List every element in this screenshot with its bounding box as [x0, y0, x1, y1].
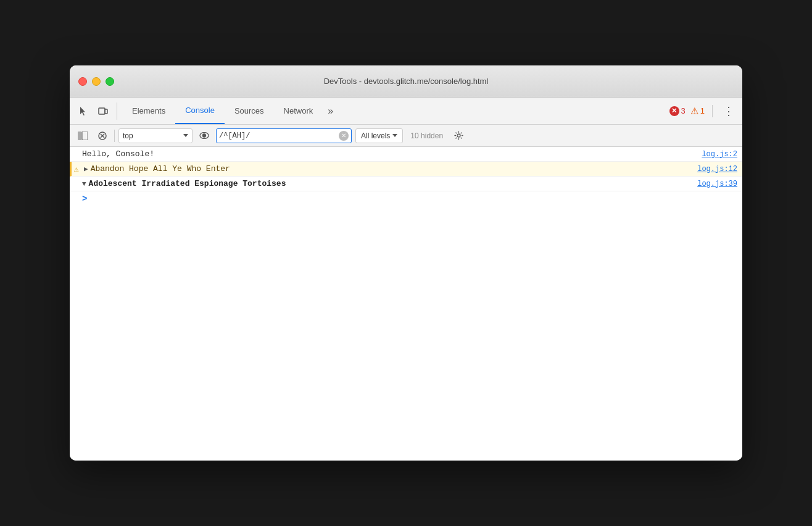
console-row-hello: Hello, Console! log.js:2 — [70, 147, 742, 162]
error-badge[interactable]: ✕ 3 — [669, 106, 686, 116]
console-row-adolescent: ▼ Adolescent Irradiated Espionage Tortoi… — [70, 177, 742, 191]
hidden-count: 10 hidden — [407, 132, 447, 140]
svg-rect-3 — [82, 132, 88, 140]
warning-row-icon: ⚠ — [74, 164, 79, 174]
console-row-abandon: ⚠ ▶ Abandon Hope All Ye Who Enter log.js… — [70, 162, 742, 177]
console-settings-button[interactable] — [450, 128, 466, 144]
tab-console[interactable]: Console — [175, 98, 225, 124]
adolescent-row-arrow[interactable]: ▼ — [82, 180, 86, 188]
abandon-row-arrow[interactable]: ▶ — [84, 165, 88, 173]
clear-console-button[interactable] — [94, 128, 110, 144]
prompt-caret: > — [82, 194, 87, 204]
devtools-window: DevTools - devtools.glitch.me/console/lo… — [70, 65, 742, 461]
console-row-adolescent-text: Adolescent Irradiated Espionage Tortoise… — [89, 179, 693, 188]
filter-input-wrapper[interactable]: ✕ — [216, 128, 352, 143]
svg-point-9 — [457, 134, 460, 137]
warning-icon: ⚠ — [690, 106, 698, 117]
console-toolbar-separator — [114, 130, 115, 142]
toolbar-right: ✕ 3 ⚠ 1 ⋮ — [669, 102, 737, 120]
svg-rect-1 — [105, 109, 107, 114]
console-output: Hello, Console! log.js:2 ⚠ ▶ Abandon Hop… — [70, 147, 742, 461]
filter-input[interactable] — [219, 132, 339, 140]
error-icon: ✕ — [669, 106, 679, 116]
traffic-lights — [78, 77, 114, 86]
tab-elements[interactable]: Elements — [122, 98, 175, 124]
console-row-adolescent-link[interactable]: log.js:39 — [697, 180, 737, 188]
eye-button[interactable] — [196, 128, 212, 144]
sidebar-toggle-button[interactable] — [75, 128, 91, 144]
svg-rect-0 — [99, 108, 105, 114]
titlebar: DevTools - devtools.glitch.me/console/lo… — [70, 65, 742, 98]
cursor-icon[interactable] — [75, 102, 92, 120]
close-button[interactable] — [78, 77, 87, 86]
console-toolbar: top ✕ All levels 10 hidden — [70, 125, 742, 147]
devtools-menu-button[interactable]: ⋮ — [720, 102, 737, 120]
toolbar-icons — [75, 102, 117, 120]
console-row-abandon-link[interactable]: log.js:12 — [697, 165, 737, 173]
more-tabs-button[interactable]: » — [323, 106, 338, 117]
filter-clear-button[interactable]: ✕ — [339, 131, 349, 141]
svg-point-8 — [203, 134, 206, 137]
context-selector[interactable]: top — [118, 128, 193, 143]
tabs: Elements Console Sources Network » — [122, 98, 669, 124]
tab-sources[interactable]: Sources — [225, 98, 274, 124]
window-title: DevTools - devtools.glitch.me/console/lo… — [324, 77, 489, 86]
device-toggle-icon[interactable] — [94, 102, 112, 120]
console-row-hello-text: Hello, Console! — [82, 149, 697, 159]
minimize-button[interactable] — [92, 77, 101, 86]
maximize-button[interactable] — [106, 77, 114, 86]
console-prompt-row[interactable]: > — [70, 191, 742, 206]
svg-rect-2 — [78, 132, 81, 140]
tab-network[interactable]: Network — [274, 98, 323, 124]
warning-badge[interactable]: ⚠ 1 — [690, 106, 705, 117]
console-row-hello-link[interactable]: log.js:2 — [702, 150, 737, 159]
toolbar-separator — [712, 105, 713, 117]
devtools-tabbar: Elements Console Sources Network » ✕ 3 ⚠ — [70, 98, 742, 125]
console-row-abandon-text: Abandon Hope All Ye Who Enter — [91, 164, 693, 173]
levels-selector[interactable]: All levels — [355, 128, 403, 143]
